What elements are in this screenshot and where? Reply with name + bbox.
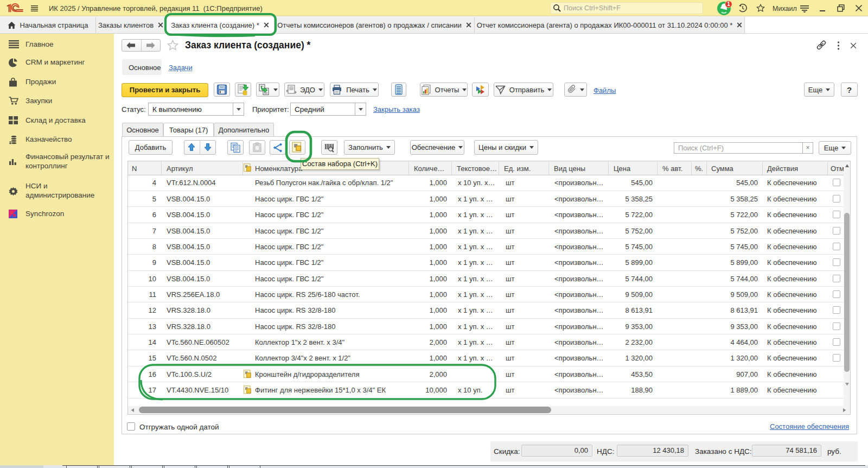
svg-text:1: 1 [727, 1, 730, 7]
